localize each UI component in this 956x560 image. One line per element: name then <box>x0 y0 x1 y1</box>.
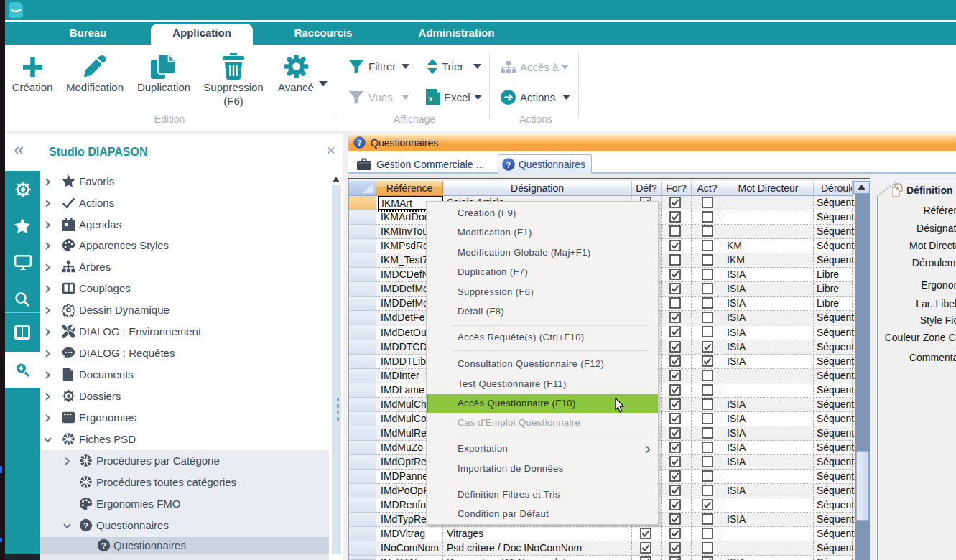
svg-text:?: ? <box>101 541 106 550</box>
svg-text:?: ? <box>506 160 511 170</box>
svg-text:?: ? <box>83 521 88 530</box>
svg-text:?: ? <box>358 138 362 148</box>
svg-text:x: x <box>428 94 433 103</box>
